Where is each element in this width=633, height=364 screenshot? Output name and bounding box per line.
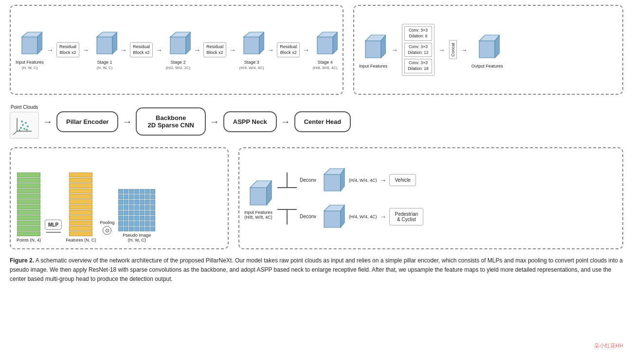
aspp-output-block: Output Features — [471, 31, 503, 69]
green-layers — [17, 173, 40, 236]
stage4-sub: (H/8, W/8, 4C) — [313, 66, 338, 70]
aspp-conv-3: Conv: 3×3Dilation: 18 — [404, 59, 432, 73]
aspp-output-label: Output Features — [471, 64, 503, 69]
pillar-encoder-block: Pillar Encoder — [56, 111, 118, 132]
arrow-7: → — [267, 46, 274, 54]
arrow-1: → — [47, 46, 54, 54]
watermark: 朵小红花HH — [594, 342, 623, 349]
points-stack: Points (N, 4) — [17, 173, 41, 243]
pseudo-image: Pseudo Image (H, W, C) — [118, 189, 155, 243]
svg-point-26 — [23, 128, 25, 130]
aspp-neck-block: ASPP Neck — [223, 111, 277, 132]
point-clouds-label: Point Clouds — [11, 104, 38, 110]
input-features-block: Input Features (H, W, C) — [16, 30, 44, 70]
stage2-label: Stage 2 — [171, 60, 186, 65]
arrow-2: → — [82, 46, 89, 54]
deconv1-label: Deconv — [300, 177, 316, 183]
aspp-input-block: Input Features — [359, 31, 387, 69]
center-detail-box: Input Features (H/8, W/8, 4C) Deconv — [238, 147, 623, 249]
point-clouds: Point Clouds — [10, 104, 39, 139]
deconv-branch-1: Deconv (H/4, W/4, 4C) → Vehicle — [277, 166, 423, 195]
stage1-label: Stage 1 — [97, 60, 112, 65]
diagram-container: Input Features (H, W, C) → ResidualBlock… — [10, 5, 623, 284]
center-head-block: Center Head — [294, 111, 351, 132]
point-cloud-icon — [10, 112, 39, 139]
arrow-8: → — [303, 46, 309, 54]
main-arrow-3: → — [281, 116, 290, 127]
svg-marker-18 — [479, 41, 495, 58]
svg-marker-12 — [317, 37, 333, 54]
pooling-section: Pooling ⊙ — [100, 220, 114, 243]
aspp-conv-2: Conv: 3×3Dilation: 12 — [404, 43, 432, 57]
res-block-4: ResidualBlock x2 — [277, 42, 300, 57]
backbone-block: Backbone2D Sparse CNN — [136, 107, 205, 136]
block1-sub: (H/4, W/4, 4C) — [349, 178, 377, 183]
svg-point-25 — [22, 124, 24, 126]
main-arrow-1: → — [122, 116, 132, 127]
center-input-label: Input Features (H/8, W/8, 4C) — [244, 210, 272, 220]
main-arrow-0: → — [43, 116, 53, 127]
main-arrow-2: → — [210, 116, 219, 127]
output2: Pedestrian & Cyclist — [389, 208, 423, 225]
stage4-block: Stage 4 (H/8, W/8, 4C) — [312, 30, 338, 70]
pseudo-label: Pseudo Image (H, W, C) — [123, 233, 151, 243]
bottom-row: Points (N, 4) MLP — [10, 147, 623, 249]
mlp-section: MLP — [45, 220, 62, 243]
backbone-detail-box: Input Features (H, W, C) → ResidualBlock… — [10, 5, 344, 95]
stage4-label: Stage 4 — [318, 60, 333, 65]
svg-marker-0 — [22, 37, 37, 54]
svg-marker-15 — [365, 41, 381, 58]
svg-point-29 — [18, 129, 20, 131]
center-arrow-1: → — [380, 176, 386, 184]
res-block-1: ResidualBlock x2 — [56, 42, 79, 57]
main-pipeline: Point Clouds → — [10, 100, 623, 143]
arrow-3: → — [120, 46, 127, 54]
svg-marker-33 — [250, 188, 267, 205]
circle-symbol: ⊙ — [103, 226, 111, 235]
center-input: Input Features (H/8, W/8, 4C) — [244, 177, 272, 220]
deconv-branches: Deconv (H/4, W/4, 4C) → Vehicle — [277, 164, 423, 232]
features-stack: Features (N, C) — [66, 173, 96, 243]
concat-label: Concat — [449, 40, 457, 59]
svg-marker-6 — [170, 37, 186, 54]
yellow-layers — [69, 173, 92, 236]
pillar-detail-box: Points (N, 4) MLP — [10, 147, 229, 249]
svg-point-24 — [20, 127, 22, 129]
svg-marker-9 — [244, 37, 259, 54]
arrow-6: → — [229, 46, 236, 54]
pooling-label: Pooling — [100, 220, 114, 225]
input-features-label: Input Features — [16, 60, 44, 65]
arrow-4: → — [156, 46, 163, 54]
block2-sub: (H/4, W/4, 4C) — [349, 214, 377, 219]
arrow-5: → — [194, 46, 200, 54]
stage3-label: Stage 3 — [244, 60, 259, 65]
svg-point-30 — [26, 129, 28, 131]
aspp-arrow-3: → — [461, 46, 468, 54]
features-label: Features (N, C) — [66, 238, 96, 243]
deconv2-label: Deconv — [300, 214, 316, 219]
stage2-block: Stage 2 (H/2, W/2, 2C) — [165, 30, 191, 70]
svg-marker-36 — [324, 174, 341, 191]
points-label: Points (N, 4) — [17, 238, 41, 243]
stage2-sub: (H/2, W/2, 2C) — [166, 66, 191, 70]
stage3-sub: (H/4, W/4, 4C) — [239, 66, 264, 70]
aspp-convs: Conv: 3×3Dilation: 6 Conv: 3×3Dilation: … — [402, 24, 434, 76]
stage3-block: Stage 3 (H/4, W/4, 4C) — [239, 30, 264, 70]
stage1-sub: (H, W, C) — [97, 66, 113, 70]
aspp-detail-box: Input Features → Conv: 3×3Dilation: 6 Co… — [353, 5, 623, 95]
aspp-conv-1: Conv: 3×3Dilation: 6 — [404, 26, 432, 41]
svg-line-23 — [13, 131, 17, 135]
input-features-sub: (H, W, C) — [22, 66, 38, 70]
res-block-2: ResidualBlock x2 — [130, 42, 153, 57]
aspp-arrow-2: → — [438, 46, 445, 54]
svg-point-28 — [27, 125, 29, 127]
top-row: Input Features (H, W, C) → ResidualBlock… — [10, 5, 623, 95]
svg-marker-39 — [324, 211, 341, 227]
stage1-block: Stage 1 (H, W, C) — [92, 30, 117, 70]
figure-label: Figure 2. — [10, 257, 34, 264]
center-arrow-2: → — [380, 213, 386, 221]
deconv-branch-2: Deconv (H/4, W/4, 4C) → Pedestrian & Cyc… — [277, 202, 423, 231]
pseudo-grid — [118, 189, 155, 231]
output1: Vehicle — [389, 174, 416, 186]
svg-marker-3 — [97, 37, 112, 54]
